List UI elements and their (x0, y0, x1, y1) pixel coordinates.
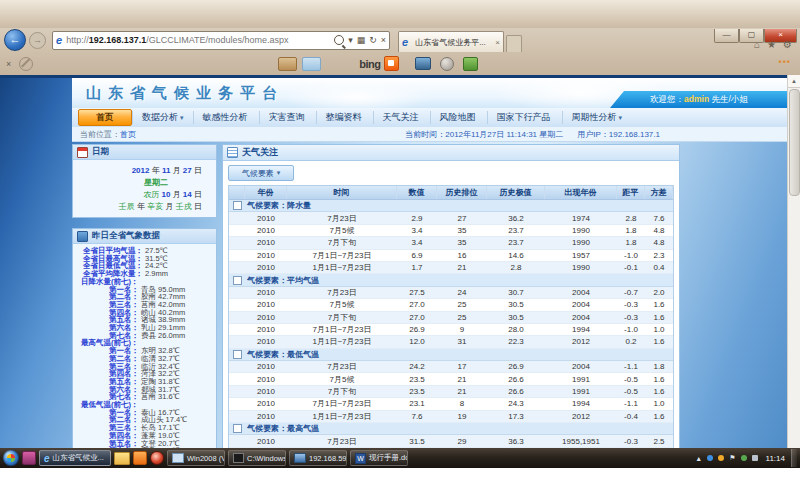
table-row[interactable]: 20107月1日~7月23日26.9928.01994-1.01.0 (229, 324, 673, 336)
table-cell: 2012 (545, 411, 617, 422)
nav-item[interactable]: 风险地图 (430, 111, 487, 124)
group-header-row[interactable]: 气候要素：平均气温 (229, 274, 673, 286)
stop-icon[interactable]: × (381, 35, 386, 45)
column-header[interactable]: 时间 (287, 186, 397, 199)
home-icon[interactable]: ⌂ (754, 40, 760, 50)
minimize-button[interactable]: — (714, 29, 739, 43)
table-row[interactable]: 20107月5候3.43523.719901.84.8 (229, 225, 673, 237)
nav-item[interactable]: 天气关注 (373, 111, 430, 124)
table-row[interactable]: 20101月1日~7月23日12.03122.320120.21.6 (229, 336, 673, 348)
nav-item[interactable]: 国家下行产品 (487, 111, 562, 124)
table-row[interactable]: 20107月23日2.92736.219742.87.6 (229, 212, 673, 224)
stats-section: 最低气温(前七)： 第一名：泰山 16.7℃ 第二名：成山头 17.4℃ 第三名… (75, 401, 213, 448)
nav-item[interactable]: 数据分析▾ (132, 111, 193, 124)
table-row[interactable]: 20107月5候27.02530.52004-0.31.6 (229, 299, 673, 311)
user-app-icon[interactable] (440, 57, 454, 71)
column-header[interactable]: 距平 (617, 186, 645, 199)
green-app-icon[interactable] (463, 57, 478, 71)
more-tools-icon[interactable]: ••• (779, 57, 791, 67)
taskbar: e 山东省气候业... Win2008 (VS2... C:\Windows\s… (0, 448, 800, 468)
table-row[interactable]: 20107月23日27.52430.72004-0.72.0 (229, 287, 673, 299)
pinned-app-icon[interactable] (22, 451, 36, 465)
flag-action-center-icon[interactable]: ⚑ (729, 454, 735, 462)
stats-panel-title: 昨日全省气象数据 (92, 230, 160, 242)
table-cell: 30.7 (487, 287, 545, 298)
expand-checkbox[interactable] (233, 276, 242, 285)
table-row[interactable]: 20101月1日~7月23日7.61917.32012-0.41.6 (229, 411, 673, 423)
mail-stamp-icon[interactable] (278, 57, 297, 71)
expand-checkbox[interactable] (233, 424, 242, 433)
media-player-icon[interactable] (150, 451, 164, 465)
network-tray-icon[interactable] (707, 455, 713, 461)
column-header[interactable] (229, 186, 245, 199)
pinned-app-icon[interactable] (133, 451, 147, 465)
forward-button[interactable]: → (29, 32, 46, 49)
refresh-icon[interactable]: ↻ (369, 35, 377, 45)
table-cell: 1974 (545, 213, 617, 224)
table-cell: 35 (437, 237, 487, 248)
app-tray-icon[interactable] (741, 455, 747, 461)
explorer-folder-icon[interactable] (114, 452, 130, 465)
blocked-plugin-icon[interactable] (19, 57, 33, 71)
column-header[interactable]: 年份 (245, 186, 287, 199)
table-row[interactable]: 20107月下旬3.43523.719901.84.8 (229, 237, 673, 249)
scroll-up-icon[interactable]: ▲ (788, 75, 800, 88)
close-sidebar-icon[interactable]: × (6, 59, 11, 69)
table-row[interactable]: 20107月1日~7月23日23.1824.31994-1.11.0 (229, 398, 673, 410)
nav-item-home[interactable]: 首页 (78, 109, 132, 126)
start-button[interactable] (3, 450, 19, 466)
taskbar-task[interactable]: 192.168.59.99... (289, 450, 347, 466)
table-row[interactable]: 20101月1日~7月23日1.7212.81990-0.10.4 (229, 262, 673, 274)
table-cell: 19 (437, 411, 487, 422)
group-header-row[interactable]: 气候要素：降水量 (229, 200, 673, 212)
nav-item[interactable]: 敏感性分析 (193, 111, 259, 124)
browser-tab[interactable]: e 山东省气候业务平... × (398, 31, 504, 52)
column-header[interactable]: 方差 (645, 186, 673, 199)
send-plane-icon[interactable] (302, 57, 321, 71)
search-icon[interactable] (334, 35, 344, 45)
taskbar-ie-task[interactable]: e 山东省气候业... (39, 450, 111, 466)
search-dropdown-icon[interactable]: ▾ (348, 35, 353, 45)
table-row[interactable]: 20107月1日~7月23日6.91614.61957-1.02.3 (229, 250, 673, 262)
nav-item[interactable]: 周期性分析▾ (562, 111, 632, 124)
group-header-row[interactable]: 气候要素：最低气温 (229, 349, 673, 361)
expand-checkbox[interactable] (233, 201, 242, 210)
favorites-star-icon[interactable]: ★ (767, 40, 776, 50)
table-row[interactable]: 20107月23日31.52936.31955,1951-0.32.5 (229, 435, 673, 447)
column-header[interactable]: 数值 (397, 186, 437, 199)
climate-element-filter-button[interactable]: 气候要素▾ (228, 165, 294, 181)
taskbar-task[interactable]: Win2008 (VS2... (167, 450, 225, 466)
scrollbar-thumb[interactable] (789, 89, 800, 196)
nav-item[interactable]: 灾害查询 (259, 111, 316, 124)
bing-toolbar[interactable]: bing (359, 56, 399, 71)
tab-close-icon[interactable]: × (495, 38, 500, 47)
breadcrumb-home-link[interactable]: 首页 (120, 130, 136, 139)
taskbar-task[interactable]: C:\Windows\s... (228, 450, 286, 466)
volume-tray-icon[interactable] (752, 455, 758, 461)
update-tray-icon[interactable] (718, 455, 724, 461)
table-cell: 24.3 (487, 398, 545, 409)
tray-up-icon[interactable]: ▲ (695, 455, 702, 462)
back-button[interactable]: ← (4, 29, 26, 51)
table-row[interactable]: 20107月23日24.21726.92004-1.11.8 (229, 361, 673, 373)
column-header[interactable]: 出现年份 (545, 186, 617, 199)
column-header[interactable]: 历史极值 (487, 186, 545, 199)
expand-checkbox[interactable] (233, 350, 242, 359)
nav-item[interactable]: 整编资料 (316, 111, 373, 124)
table-row[interactable]: 20107月下旬27.02530.52004-0.31.6 (229, 312, 673, 324)
scrollbar[interactable]: ▲ (787, 75, 800, 448)
taskbar-clock[interactable]: 11:14 (766, 454, 785, 463)
camera-app-icon[interactable] (415, 57, 431, 70)
table-cell: 24.2 (397, 361, 437, 372)
table-row[interactable]: 20107月5候23.52126.61991-0.51.6 (229, 373, 673, 385)
taskbar-task[interactable]: 现行手册.docx ... (350, 450, 408, 466)
rank-list: 第一名：东明 32.8℃ 第二名：临清 32.7℃ 第三名：临沂 32.4℃ 第… (75, 347, 213, 401)
new-tab-button[interactable] (506, 35, 522, 52)
table-row[interactable]: 20107月下旬23.52126.61991-0.51.6 (229, 386, 673, 398)
address-bar[interactable]: e http://192.168.137.1/GLCCLIMATE/module… (52, 31, 390, 50)
compat-view-icon[interactable]: ▦ (357, 35, 366, 45)
column-header[interactable]: 历史排位 (437, 186, 487, 199)
show-desktop-button[interactable] (791, 449, 797, 467)
settings-gear-icon[interactable]: ⚙ (783, 40, 792, 50)
group-header-row[interactable]: 气候要素：最高气温 (229, 423, 673, 435)
